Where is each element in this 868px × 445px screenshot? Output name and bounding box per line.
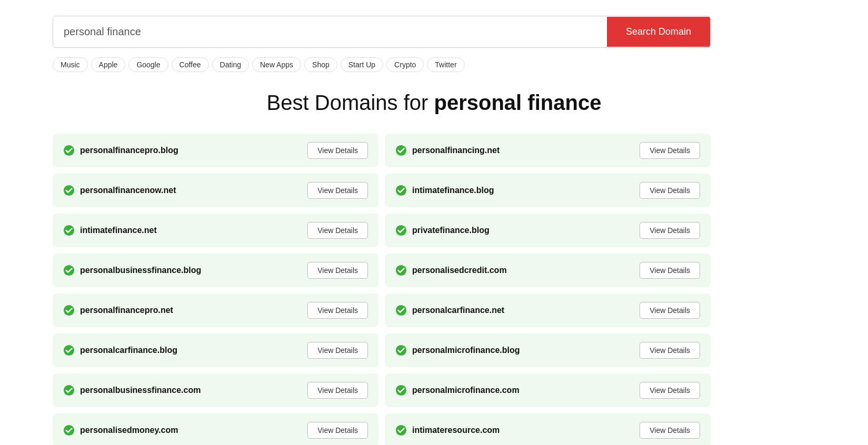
domain-row: personalbusinessfinance.blogView Details [53, 254, 378, 287]
view-details-button[interactable]: View Details [307, 182, 368, 199]
svg-point-15 [396, 425, 406, 436]
view-details-button[interactable]: View Details [307, 142, 368, 159]
svg-point-10 [64, 345, 74, 356]
domain-row: personalbusinessfinance.comView Details [53, 373, 378, 407]
svg-point-9 [396, 305, 406, 316]
domains-grid: personalfinancepro.blogView Detailsperso… [53, 134, 711, 445]
svg-point-11 [396, 345, 406, 356]
domain-name: personalbusinessfinance.com [80, 386, 201, 395]
svg-point-3 [396, 185, 406, 196]
page-title: Best Domains for personal finance [53, 91, 815, 115]
tag-twitter[interactable]: Twitter [427, 57, 464, 72]
search-button[interactable]: Search Domain [607, 17, 710, 47]
search-input[interactable] [53, 16, 607, 47]
domain-row: intimateresource.comView Details [385, 413, 711, 445]
tag-google[interactable]: Google [128, 57, 168, 72]
tag-music[interactable]: Music [53, 57, 88, 72]
svg-point-8 [64, 305, 74, 316]
domain-left: personalcarfinance.blog [63, 345, 177, 356]
check-icon [63, 385, 75, 396]
view-details-button[interactable]: View Details [307, 262, 368, 279]
view-details-button[interactable]: View Details [640, 422, 700, 439]
domain-left: personalisedmoney.com [63, 424, 178, 436]
domain-left: personalfinancing.net [395, 145, 500, 156]
check-icon [395, 385, 407, 396]
domain-left: intimateresource.com [395, 424, 500, 436]
tags-bar: MusicAppleGoogleCoffeeDatingNew AppsShop… [53, 57, 815, 72]
tag-apple[interactable]: Apple [91, 57, 126, 72]
check-icon [63, 265, 75, 276]
view-details-button[interactable]: View Details [640, 262, 700, 279]
domain-row: personalfinancepro.netView Details [53, 294, 378, 327]
domain-name: personalbusinessfinance.blog [80, 266, 201, 275]
title-query: personal finance [434, 91, 602, 114]
view-details-button[interactable]: View Details [640, 382, 700, 399]
svg-point-4 [64, 225, 74, 236]
domain-name: personalfinancepro.blog [80, 146, 178, 155]
svg-point-2 [64, 185, 74, 196]
view-details-button[interactable]: View Details [307, 382, 368, 399]
svg-point-0 [64, 145, 74, 156]
search-bar: Search Domain [53, 16, 711, 48]
domain-left: personalfinancepro.net [63, 305, 173, 316]
check-icon [395, 305, 407, 316]
domain-name: personalmicrofinance.com [412, 386, 520, 395]
domain-left: personalmicrofinance.com [395, 385, 520, 396]
domain-left: intimatefinance.net [63, 225, 157, 236]
domain-row: intimatefinance.blogView Details [385, 174, 711, 207]
tag-dating[interactable]: Dating [212, 57, 249, 72]
svg-point-12 [64, 385, 74, 396]
domain-left: personalbusinessfinance.com [63, 385, 201, 396]
svg-point-1 [396, 145, 406, 156]
check-icon [63, 225, 75, 236]
view-details-button[interactable]: View Details [307, 222, 368, 239]
check-icon [395, 265, 407, 276]
title-prefix: Best Domains for [267, 91, 434, 114]
domain-row: personalmicrofinance.blogView Details [385, 333, 711, 367]
domain-name: privatefinance.blog [412, 226, 490, 235]
domain-left: privatefinance.blog [395, 225, 490, 236]
domain-row: personalmicrofinance.comView Details [385, 373, 711, 407]
check-icon [395, 145, 407, 156]
tag-coffee[interactable]: Coffee [172, 57, 209, 72]
view-details-button[interactable]: View Details [640, 302, 700, 319]
view-details-button[interactable]: View Details [307, 342, 368, 359]
domain-left: personalbusinessfinance.blog [63, 265, 201, 276]
domain-name: personalisedcredit.com [412, 266, 507, 275]
check-icon [63, 305, 75, 316]
domain-row: personalisedmoney.comView Details [53, 413, 378, 445]
domain-name: personalfinancenow.net [80, 186, 176, 195]
domain-name: personalcarfinance.blog [80, 346, 177, 355]
view-details-button[interactable]: View Details [640, 142, 700, 159]
domain-name: intimatefinance.net [80, 226, 157, 235]
domain-row: intimatefinance.netView Details [53, 214, 378, 247]
view-details-button[interactable]: View Details [307, 302, 368, 319]
check-icon [395, 225, 407, 236]
tag-shop[interactable]: Shop [304, 57, 337, 72]
domain-row: personalisedcredit.comView Details [385, 254, 711, 287]
domain-left: intimatefinance.blog [395, 185, 494, 196]
check-icon [395, 345, 407, 356]
domain-name: personalfinancepro.net [80, 306, 173, 315]
domain-row: personalfinancenow.netView Details [53, 174, 378, 207]
view-details-button[interactable]: View Details [307, 422, 368, 439]
view-details-button[interactable]: View Details [640, 182, 700, 199]
domain-name: intimatefinance.blog [412, 186, 494, 195]
check-icon [63, 185, 75, 196]
tag-new-apps[interactable]: New Apps [252, 57, 301, 72]
domain-left: personalmicrofinance.blog [395, 345, 520, 356]
tag-crypto[interactable]: Crypto [386, 57, 424, 72]
check-icon [395, 424, 407, 436]
svg-point-14 [64, 425, 74, 436]
svg-point-13 [396, 385, 406, 396]
domain-row: personalcarfinance.netView Details [385, 294, 711, 327]
view-details-button[interactable]: View Details [640, 342, 700, 359]
tag-start-up[interactable]: Start Up [341, 57, 383, 72]
check-icon [63, 424, 75, 436]
domain-name: personalmicrofinance.blog [412, 346, 520, 355]
domain-left: personalisedcredit.com [395, 265, 507, 276]
view-details-button[interactable]: View Details [640, 222, 700, 239]
domain-row: personalfinancepro.blogView Details [53, 134, 378, 167]
check-icon [395, 185, 407, 196]
check-icon [63, 345, 75, 356]
